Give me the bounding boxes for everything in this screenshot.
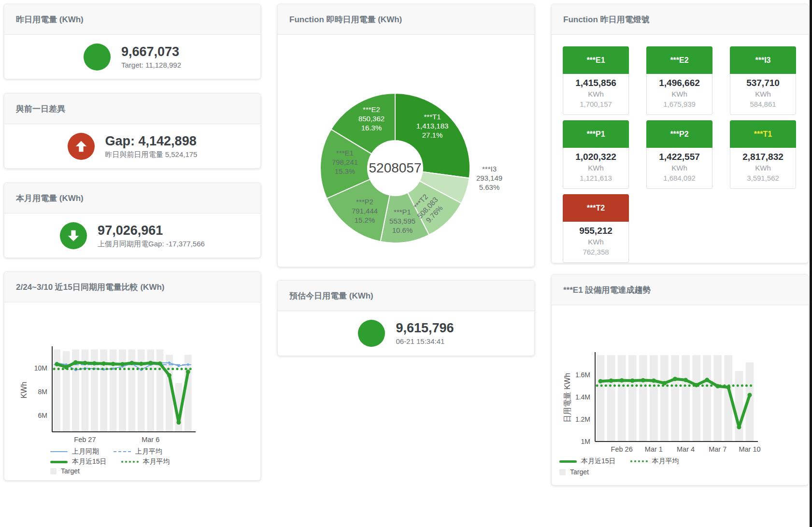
tile-unit: KWh	[563, 89, 628, 99]
tile-target-value: 1,121,613	[563, 173, 628, 183]
legend-label: 上月同期	[72, 447, 99, 456]
card-realtime-donut: Function 即時日用電量 (KWh) ***T11,413,18327.1…	[277, 4, 535, 267]
legend-item-上月平均[interactable]: 上月平均	[114, 447, 162, 456]
light-tile-T2: ***T2955,212KWh762,358	[563, 194, 629, 263]
card-15day-compare-chart: 2/24~3/10 近15日同期用電量比較 (KWh) 6M8M10MFeb 2…	[4, 271, 261, 481]
card-title: 昨日用電量 (KWh)	[4, 4, 260, 35]
legend-item-本月平均[interactable]: 本月平均	[630, 457, 679, 466]
data-point	[641, 378, 645, 383]
target-bar	[671, 355, 679, 442]
day-gap-sub: 昨日與前日用電量 5,524,175	[105, 149, 198, 159]
y-tick-label: 1.2M	[575, 415, 590, 423]
data-point	[186, 370, 190, 374]
tile-target-value: 762,358	[563, 247, 628, 257]
data-point	[168, 361, 171, 364]
card-e1-trend-chart: ***E1 設備用電達成趨勢 1M1.2M1.4M1.6MFeb 26Mar 1…	[551, 274, 809, 485]
tile-label: ***P1	[563, 120, 629, 148]
legend-swatch	[114, 451, 131, 452]
data-point	[684, 378, 688, 382]
lights-grid: ***E11,415,856KWh1,700,157***E21,496,662…	[552, 35, 808, 263]
data-point	[187, 363, 189, 366]
tile-body: 537,710KWh584,861	[730, 74, 796, 115]
legend-item-本月平均[interactable]: 本月平均	[121, 457, 170, 466]
y-axis-label: 日用電量 KWh	[563, 373, 571, 423]
chart-legend-row: 本月近15日本月平均	[559, 457, 679, 466]
x-tick-label: Mar 1	[645, 445, 663, 453]
data-point	[673, 377, 677, 381]
legend-swatch	[630, 460, 648, 462]
data-point	[139, 362, 143, 366]
data-point	[64, 365, 69, 369]
tile-value: 537,710	[730, 77, 796, 89]
donut-chart[interactable]: ***T11,413,18327.1%***I3293,1495.63%***T…	[278, 35, 534, 267]
target-bar	[692, 355, 700, 442]
legend-item-本月近15日[interactable]: 本月近15日	[50, 457, 107, 466]
legend-swatch	[559, 469, 566, 475]
light-tile-P2: ***P21,422,557KWh1,684,092	[646, 120, 712, 189]
x-tick-label: Mar 7	[709, 445, 727, 453]
tile-unit: KWh	[563, 237, 628, 247]
tile-label: ***I3	[730, 46, 796, 74]
data-point	[620, 378, 624, 383]
x-tick-label: Mar 4	[677, 445, 695, 453]
target-bar	[650, 355, 658, 442]
data-point	[705, 378, 709, 382]
tile-value: 1,415,856	[563, 77, 628, 89]
data-point	[83, 361, 87, 365]
legend-item-Target[interactable]: Target	[559, 468, 589, 476]
target-bar	[682, 355, 690, 442]
tile-target-value: 584,861	[730, 99, 796, 109]
day-gap-value: Gap: 4,142,898	[105, 133, 198, 149]
tile-body: 1,496,662KWh1,675,939	[646, 74, 712, 115]
donut-slice-label: ***E1798,24115.3%	[332, 148, 358, 176]
card-title: 與前一日差異	[4, 94, 260, 124]
target-bar	[660, 355, 669, 442]
tile-body: 1,422,557KWh1,684,092	[646, 148, 712, 189]
data-point	[55, 362, 59, 366]
x-tick-label: Feb 26	[611, 445, 633, 453]
legend-item-上月同期[interactable]: 上月同期	[50, 447, 99, 456]
donut-slice-label: ***T11,413,18327.1%	[416, 112, 449, 140]
arrow-down-circle-icon	[60, 222, 87, 249]
legend-item-Target[interactable]: Target	[50, 467, 80, 475]
target-bar	[607, 355, 615, 442]
tile-target-value: 3,591,562	[730, 173, 796, 183]
status-circle-icon	[84, 43, 111, 71]
legend-swatch	[121, 461, 139, 463]
tile-unit: KWh	[730, 89, 796, 99]
tile-unit: KWh	[563, 163, 628, 173]
legend-item-本月近15日[interactable]: 本月近15日	[559, 457, 616, 466]
yesterday-usage-value: 9,667,073	[121, 44, 181, 59]
data-point	[158, 361, 162, 366]
data-point	[737, 425, 741, 429]
card-estimate-today: 預估今日用電量 (KWh) 9,615,796 06-21 15:34:41	[277, 280, 535, 356]
data-point	[726, 385, 730, 389]
y-tick-label: 1.6M	[575, 371, 590, 379]
tile-value: 2,817,832	[730, 151, 796, 163]
y-tick-label: 8M	[38, 388, 47, 396]
target-bar	[597, 355, 605, 442]
data-point	[694, 383, 698, 387]
target-bar	[703, 355, 711, 442]
card-title: Function 昨日用電燈號	[552, 4, 808, 35]
data-point	[120, 362, 125, 366]
chart-legend-row: Target	[50, 467, 80, 475]
donut-slice-label: ***P2791,44415.2%	[352, 197, 378, 225]
data-point	[598, 379, 603, 384]
data-point	[176, 420, 181, 425]
card-day-gap: 與前一日差異 Gap: 4,142,898 昨日與前日用電量 5,524,175	[4, 93, 261, 169]
y-tick-label: 1.4M	[575, 393, 590, 401]
month-usage-value: 97,026,961	[98, 223, 205, 238]
target-bar	[119, 349, 126, 432]
legend-swatch	[50, 468, 57, 474]
target-bar	[185, 355, 192, 432]
card-title: ***E1 設備用電達成趨勢	[552, 275, 808, 305]
card-title: 2/24~3/10 近15日同期用電量比較 (KWh)	[4, 272, 260, 302]
y-tick-label: 10M	[34, 364, 47, 372]
e1-trend-chart-area: 1M1.2M1.4M1.6MFeb 26Mar 1Mar 4Mar 7Mar 1…	[552, 305, 808, 485]
tile-target-value: 1,675,939	[647, 99, 712, 109]
y-tick-label: 1M	[581, 438, 590, 445]
light-tile-E1: ***E11,415,856KWh1,700,157	[563, 46, 629, 115]
estimate-value: 9,615,796	[396, 320, 454, 336]
chart-legend-row: 上月同期上月平均	[50, 447, 162, 456]
